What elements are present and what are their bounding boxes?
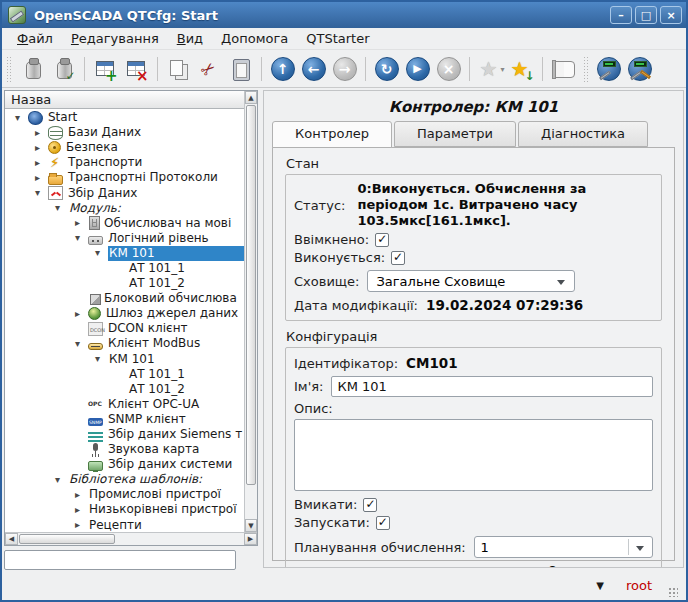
tree-item[interactable]: Клієнт OPC-UA	[5, 397, 244, 412]
toolbar-handle[interactable]	[6, 56, 12, 82]
tab-controller[interactable]: Контролер	[272, 121, 392, 148]
up-button[interactable]: ↑	[269, 55, 296, 82]
message-level-icon[interactable]: ▼	[596, 580, 604, 591]
maximize-button[interactable]: □	[635, 6, 657, 24]
item-remove-button[interactable]: ×	[123, 55, 150, 82]
schedule-combobox[interactable]: 1	[474, 536, 653, 558]
manual-button[interactable]	[550, 55, 577, 82]
tree-item[interactable]: ▸Обчислювач на мові	[5, 216, 244, 231]
tree-item[interactable]: Збір даних системи	[5, 457, 244, 472]
expander-icon[interactable]: ▸	[75, 216, 88, 230]
tree-item[interactable]: ▸Безпека	[5, 140, 244, 155]
menu-file[interactable]: Файл	[8, 29, 62, 48]
menu-qtstarter[interactable]: QTStarter	[297, 29, 378, 48]
menu-edit[interactable]: Редагування	[62, 29, 168, 48]
scroll-left-icon[interactable]: ◀	[5, 533, 18, 545]
item-add-button[interactable]: +	[92, 55, 119, 82]
tree-vertical-scrollbar[interactable]: ▲ ▼	[244, 91, 257, 532]
add-favorite-button[interactable]: ★↓	[508, 55, 535, 82]
tree-item[interactable]: АТ 101_1	[5, 261, 244, 276]
expander-icon[interactable]: ▾	[95, 246, 108, 260]
tree-item[interactable]: ▾КМ 101	[5, 246, 244, 261]
expander-icon[interactable]: ▾	[75, 337, 88, 351]
tree-item[interactable]: SNMP клієнт	[5, 412, 244, 427]
start-button[interactable]: ▶	[404, 55, 431, 82]
expander-icon[interactable]: ▸	[35, 171, 48, 185]
to-enable-checkbox[interactable]: ✓	[363, 498, 377, 512]
toolbar-separator	[84, 57, 85, 81]
storage-select[interactable]: Загальне Сховище	[367, 270, 575, 292]
refresh-button[interactable]: ↻	[373, 55, 400, 82]
qtcfg-launcher-button[interactable]	[595, 55, 622, 82]
tree-item[interactable]: DCON клієнт	[5, 321, 244, 336]
tree-item[interactable]: ▸Промислові пристрої	[5, 487, 244, 502]
enabled-checkbox[interactable]: ✓	[375, 233, 389, 247]
tree-item[interactable]: Збір даних Siemens т	[5, 427, 244, 442]
tree-item-label: Start	[47, 110, 244, 125]
vertical-scroll-thumb[interactable]	[246, 105, 256, 485]
expander-icon[interactable]: ▾	[35, 186, 48, 200]
tree-item[interactable]: ▸Низькорівневі пристрої	[5, 502, 244, 517]
scroll-up-icon[interactable]: ▲	[245, 91, 257, 104]
load-button[interactable]	[19, 55, 46, 82]
tree-item[interactable]: АТ 101_1	[5, 367, 244, 382]
name-input[interactable]	[331, 376, 653, 397]
tree-header[interactable]: Назва	[5, 91, 244, 109]
expander-icon[interactable]: ▾	[15, 111, 28, 125]
back-button[interactable]: ←	[300, 55, 327, 82]
status-label: Статус:	[294, 198, 345, 213]
tree-item[interactable]: ▸Бази Даних	[5, 125, 244, 140]
tree-item[interactable]: ▾КМ 101	[5, 352, 244, 367]
description-textarea[interactable]	[294, 419, 653, 491]
expander-icon[interactable]: ▸	[35, 156, 48, 170]
running-checkbox[interactable]: ✓	[391, 251, 405, 265]
expander-icon[interactable]: ▸	[75, 503, 88, 517]
toolbar-separator	[469, 57, 470, 81]
scroll-right-icon[interactable]: ▶	[244, 533, 257, 545]
qtvision-launcher-button[interactable]	[626, 55, 653, 82]
tree-item[interactable]: ▾Бібліотека шаблонів:	[5, 472, 244, 487]
cut-button[interactable]: ✂	[196, 55, 223, 82]
current-user[interactable]: root	[626, 578, 652, 593]
expander-icon[interactable]: ▸	[75, 488, 88, 502]
horizontal-scroll-thumb[interactable]	[19, 534, 115, 544]
tree-item[interactable]: ▸Шлюз джерел даних	[5, 306, 244, 321]
expander-icon[interactable]: ▾	[55, 473, 68, 487]
expander-icon[interactable]: ▸	[75, 307, 88, 321]
expander-icon[interactable]: ▾	[95, 352, 108, 366]
menu-help[interactable]: Допомога	[212, 29, 297, 48]
tree-horizontal-scrollbar[interactable]: ◀ ▶	[5, 532, 257, 545]
tree-item-label: Безпека	[65, 140, 244, 155]
tree-item[interactable]: ▾Start	[5, 110, 244, 125]
scroll-down-icon[interactable]: ▼	[245, 519, 257, 532]
titlebar[interactable]: OpenSCADA QTCfg: Start – □ ×	[2, 2, 686, 28]
expander-icon[interactable]: ▾	[75, 231, 88, 245]
running-label: Виконується:	[294, 250, 385, 265]
tab-parameters[interactable]: Параметри	[394, 121, 516, 147]
tree-filter-input[interactable]	[4, 550, 236, 570]
tree-item[interactable]: ▾Клієнт ModBus	[5, 336, 244, 351]
expander-icon[interactable]: ▸	[35, 126, 48, 140]
tree-item[interactable]: Звукова карта	[5, 442, 244, 457]
tree-item[interactable]: ▸Рецепти	[5, 518, 244, 532]
to-start-checkbox[interactable]: ✓	[376, 516, 390, 530]
tab-diagnostics[interactable]: Діагностика	[518, 121, 648, 147]
tree-item[interactable]: ▾Модуль:	[5, 201, 244, 216]
tree-item[interactable]: АТ 101_2	[5, 276, 244, 291]
close-button[interactable]: ×	[660, 6, 682, 24]
save-button[interactable]: ✓	[50, 55, 77, 82]
tree-item[interactable]: ▾Логічний рівень	[5, 231, 244, 246]
copy-button[interactable]	[165, 55, 192, 82]
tree-item[interactable]: АТ 101_2	[5, 382, 244, 397]
paste-button[interactable]	[227, 55, 254, 82]
resize-grip-icon[interactable]	[668, 587, 678, 597]
tree-item[interactable]: ▾Збір Даних	[5, 185, 244, 200]
menu-view[interactable]: Вид	[168, 29, 212, 48]
tree-item[interactable]: ▸Транспорти	[5, 155, 244, 170]
expander-icon[interactable]: ▸	[35, 141, 48, 155]
tree-item[interactable]: Блоковий обчислюва	[5, 291, 244, 306]
expander-icon[interactable]: ▾	[55, 201, 68, 215]
minimize-button[interactable]: –	[610, 6, 632, 24]
expander-icon[interactable]: ▸	[75, 518, 88, 532]
tree-item[interactable]: ▸Транспортні Протоколи	[5, 170, 244, 185]
